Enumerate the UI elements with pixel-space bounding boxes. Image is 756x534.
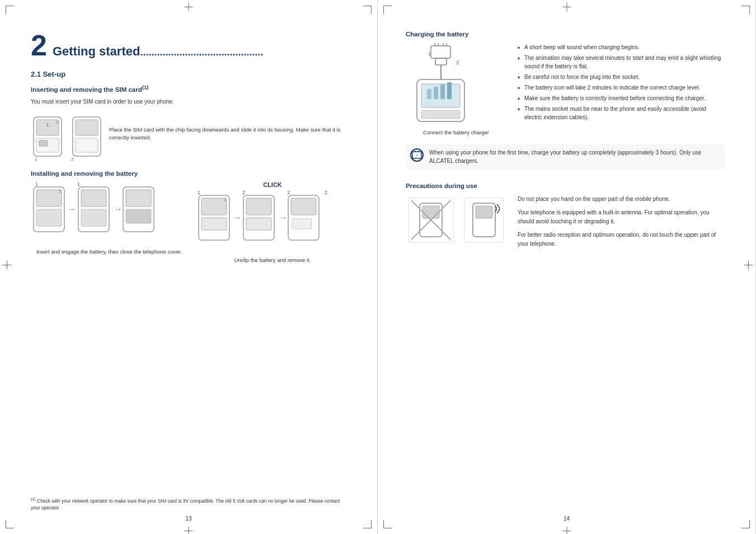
svg-text:1: 1 bbox=[198, 190, 200, 195]
charging-image: 1 2 Connect the battery charger bbox=[406, 43, 506, 135]
sim-instruction-text: Place the SIM card with the chip facing … bbox=[109, 126, 349, 142]
svg-text:1: 1 bbox=[35, 181, 38, 187]
svg-text:1: 1 bbox=[46, 122, 49, 128]
precaution-hand-image bbox=[406, 195, 456, 245]
charging-bullet-1: A short beep will sound when charging be… bbox=[518, 43, 725, 51]
sim-phone-image-1: 1 1 2 2 bbox=[31, 111, 104, 162]
battery-images-section: 1 2 → 1 → bbox=[31, 181, 349, 264]
svg-rect-32 bbox=[246, 198, 271, 215]
precautions-section: Precautions during use bbox=[406, 182, 725, 250]
chapter-number: 2 bbox=[31, 31, 47, 60]
svg-text:→: → bbox=[67, 204, 76, 214]
svg-text:2: 2 bbox=[56, 120, 58, 124]
info-text: When using your phone for the first time… bbox=[429, 148, 720, 165]
svg-text:→: → bbox=[114, 204, 123, 214]
svg-rect-13 bbox=[36, 209, 62, 226]
charging-bullet-3: Be careful not to force the plug into th… bbox=[518, 73, 725, 81]
side-mark-left bbox=[3, 265, 11, 269]
svg-rect-55 bbox=[421, 110, 460, 119]
corner-mark-tr bbox=[360, 6, 372, 17]
click-label: CLICK bbox=[196, 181, 349, 188]
svg-rect-61 bbox=[422, 206, 439, 218]
charging-title: Charging the battery bbox=[406, 31, 725, 38]
svg-rect-27 bbox=[201, 218, 227, 230]
precautions-title: Precautions during use bbox=[406, 182, 725, 189]
svg-text:2: 2 bbox=[325, 190, 327, 195]
svg-text:2: 2 bbox=[59, 189, 62, 194]
info-box: When using your phone for the first time… bbox=[406, 144, 725, 170]
sim-body-text: You must insert your SIM card in order t… bbox=[31, 97, 349, 106]
section-title-2-1: 2.1 Set-up bbox=[31, 70, 349, 78]
svg-rect-23 bbox=[126, 190, 151, 207]
precautions-text-2: Your telephone is equipped with a built-… bbox=[518, 208, 725, 226]
precautions-content: Do not place you hand on the upper part … bbox=[406, 195, 725, 250]
precautions-images bbox=[406, 195, 506, 245]
corner-mark-tl bbox=[6, 6, 17, 17]
page-number-right: 14 bbox=[564, 516, 570, 522]
svg-text:1: 1 bbox=[77, 181, 80, 187]
svg-rect-26 bbox=[201, 198, 227, 215]
charging-bullet-list: A short beep will sound when charging be… bbox=[518, 43, 725, 121]
precautions-text-block: Do not place you hand on the upper part … bbox=[518, 195, 725, 250]
svg-text:→: → bbox=[233, 213, 242, 222]
svg-text:1: 1 bbox=[224, 197, 227, 202]
svg-rect-46 bbox=[435, 58, 447, 65]
charging-bullet-5: Make sure the battery is correctly inser… bbox=[518, 94, 725, 102]
charging-bullet-6: The mains socket must be near to the pho… bbox=[518, 105, 725, 121]
corner-mark-right-bl bbox=[383, 517, 395, 528]
center-bottom-mark-right bbox=[562, 527, 571, 531]
center-top-mark bbox=[185, 3, 193, 7]
svg-rect-8 bbox=[76, 120, 98, 135]
svg-rect-37 bbox=[291, 198, 316, 215]
right-page: Charging the battery bbox=[378, 0, 755, 534]
svg-rect-38 bbox=[292, 219, 312, 229]
svg-text:1: 1 bbox=[35, 157, 37, 162]
svg-rect-41 bbox=[431, 46, 450, 58]
chapter-title: Getting started.........................… bbox=[53, 44, 264, 59]
corner-mark-right-tl bbox=[383, 6, 395, 17]
charging-bullet-4: The battery icon will take 2 minutes to … bbox=[518, 83, 725, 92]
svg-text:2: 2 bbox=[242, 190, 245, 195]
charging-bullets: A short beep will sound when charging be… bbox=[518, 43, 725, 135]
svg-text:1: 1 bbox=[428, 51, 431, 57]
left-page-content: 2 Getting started.......................… bbox=[0, 0, 377, 534]
svg-rect-33 bbox=[246, 218, 271, 230]
svg-rect-52 bbox=[434, 87, 438, 99]
svg-rect-18 bbox=[81, 190, 106, 207]
page-number-left: 13 bbox=[185, 516, 191, 522]
right-page-content: Charging the battery bbox=[378, 0, 755, 534]
svg-text:2: 2 bbox=[287, 190, 290, 195]
svg-rect-19 bbox=[81, 209, 106, 226]
svg-rect-54 bbox=[447, 82, 452, 99]
corner-mark-right-tr bbox=[739, 6, 750, 17]
precaution-antenna-image bbox=[462, 195, 506, 245]
svg-rect-66 bbox=[476, 206, 492, 218]
sim-subsection-title: Inserting and removing the SIM card(1) bbox=[31, 84, 349, 93]
battery-subsection-title: Installing and removing the battery bbox=[31, 170, 349, 177]
corner-mark-bl bbox=[6, 517, 17, 528]
svg-rect-64 bbox=[464, 198, 504, 242]
svg-rect-53 bbox=[440, 85, 445, 99]
charging-bullet-2: The animation may take several minutes t… bbox=[518, 54, 725, 71]
svg-text:2: 2 bbox=[71, 157, 74, 162]
corner-mark-br bbox=[360, 517, 372, 528]
precautions-text-1: Do not place you hand on the upper part … bbox=[518, 195, 725, 204]
footnote: (1) Check with your network operator to … bbox=[31, 488, 349, 512]
battery-caption-left: Insert and engage the battery, then clos… bbox=[31, 248, 187, 255]
sim-images-row: 1 1 2 2 Place the SIM card with the chip… bbox=[31, 111, 349, 162]
svg-text:→: → bbox=[279, 213, 288, 222]
battery-caption-right: Unclip the battery and remove it. bbox=[196, 256, 349, 264]
svg-rect-51 bbox=[427, 89, 431, 99]
info-icon bbox=[410, 148, 424, 162]
center-top-mark-right bbox=[562, 3, 571, 7]
charger-icon bbox=[411, 149, 422, 161]
battery-left-image: 1 2 → 1 → bbox=[31, 181, 182, 243]
svg-rect-9 bbox=[76, 138, 98, 152]
chapter-header: 2 Getting started.......................… bbox=[31, 31, 349, 60]
battery-right-group: CLICK 1 1 → 2 bbox=[196, 181, 349, 264]
svg-rect-4 bbox=[39, 140, 48, 146]
precautions-text-3: For better radio reception and optimum o… bbox=[518, 231, 725, 249]
charging-section: 1 2 Connect the battery charger bbox=[406, 43, 725, 135]
center-bottom-mark-left bbox=[185, 527, 193, 531]
svg-text:2: 2 bbox=[456, 60, 459, 65]
